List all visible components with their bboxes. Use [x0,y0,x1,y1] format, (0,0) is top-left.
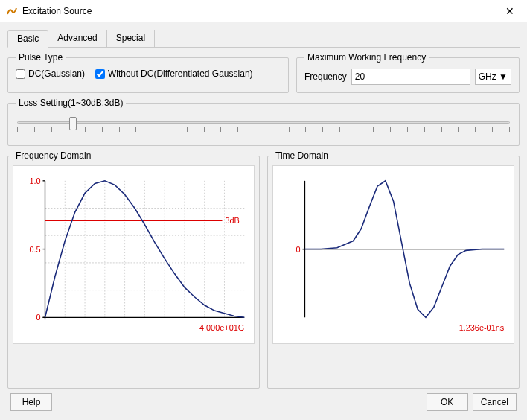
svg-text:1.0: 1.0 [29,176,40,185]
tab-advanced[interactable]: Advanced [48,30,106,48]
app-icon [6,5,18,17]
window-title: Excitation Source [22,6,499,16]
svg-text:4.000e+01G: 4.000e+01G [199,323,244,332]
cancel-button[interactable]: Cancel [473,393,517,411]
tab-basic[interactable]: Basic [7,30,48,48]
time-domain-chart: 01.236e-01ns [272,165,514,344]
svg-text:1.236e-01ns: 1.236e-01ns [459,323,505,332]
frequency-domain-chart: 00.51.03dB4.000e+01G [13,165,255,344]
svg-text:0: 0 [296,245,300,254]
slider-track [17,121,510,124]
dc-gaussian-input[interactable] [16,69,25,79]
svg-text:3dB: 3dB [225,216,239,225]
loss-setting-group: Loss Setting(1~30dB:3dB) [7,98,520,146]
tab-special[interactable]: Special [107,30,155,48]
max-frequency-group: Maximum Working Frequency Frequency GHz … [296,52,520,93]
loss-setting-legend: Loss Setting(1~30dB:3dB) [16,98,126,108]
pulse-type-legend: Pulse Type [16,52,66,63]
pulse-type-group: Pulse Type DC(Gaussian) Without DC(Diffe… [7,52,289,93]
frequency-input[interactable] [351,69,470,85]
without-dc-input[interactable] [95,69,105,79]
frequency-unit-select[interactable]: GHz ▼ [475,69,511,85]
dc-gaussian-checkbox[interactable]: DC(Gaussian) [16,69,85,79]
svg-text:0: 0 [36,313,40,322]
ok-button[interactable]: OK [427,393,468,411]
slider-ticks [17,127,510,133]
without-dc-label: Without DC(Differentiated Gaussian) [108,69,253,79]
loss-slider[interactable] [17,117,510,138]
time-domain-legend: Time Domain [272,150,331,161]
time-domain-group: Time Domain 01.236e-01ns [267,150,520,389]
dc-gaussian-label: DC(Gaussian) [28,69,85,79]
svg-text:0.5: 0.5 [29,245,40,254]
tab-bar: Basic Advanced Special [7,30,520,48]
help-button[interactable]: Help [10,393,52,411]
frequency-domain-group: Frequency Domain 00.51.03dB4.000e+01G [7,150,260,389]
without-dc-checkbox[interactable]: Without DC(Differentiated Gaussian) [95,69,253,79]
frequency-domain-legend: Frequency Domain [13,150,94,161]
close-icon[interactable]: ✕ [499,5,521,17]
max-frequency-legend: Maximum Working Frequency [304,52,429,63]
frequency-label: Frequency [304,71,347,82]
